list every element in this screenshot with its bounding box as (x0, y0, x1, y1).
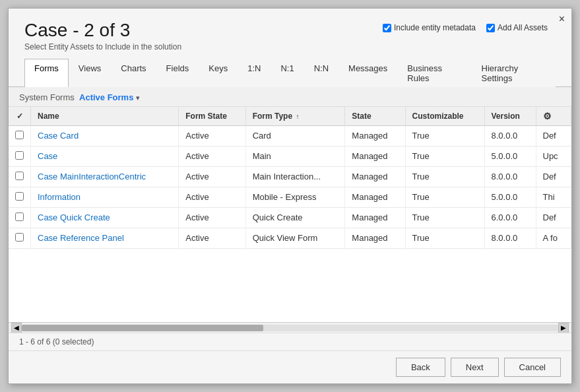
col-customizable[interactable]: Customizable (405, 107, 484, 126)
tab-keys[interactable]: Keys (199, 59, 238, 87)
col-form-type[interactable]: Form Type ↑ (245, 107, 345, 126)
col-form-state[interactable]: Form State (179, 107, 245, 126)
dialog-subtitle: Select Entity Assets to Include in the s… (24, 42, 556, 51)
row-checkbox[interactable] (15, 212, 24, 221)
tab-nn[interactable]: N:N (304, 59, 338, 87)
row-state: Managed (345, 228, 405, 248)
filter-dropdown-arrow[interactable]: ▾ (136, 94, 140, 102)
row-checkbox[interactable] (15, 192, 24, 201)
add-all-assets-checkbox[interactable] (486, 24, 495, 32)
dialog-footer: Back Next Cancel (9, 350, 571, 383)
col-version[interactable]: Version (484, 107, 536, 126)
row-version: 8.0.0.0 (484, 228, 536, 248)
row-customizable: True (405, 125, 484, 146)
row-name[interactable]: Case Quick Create (31, 207, 179, 228)
col-state[interactable]: State (345, 107, 405, 126)
row-checkbox[interactable] (15, 151, 24, 160)
row-state: Managed (345, 125, 405, 146)
row-customizable: True (405, 207, 484, 228)
system-forms-label: System Forms (19, 92, 75, 102)
tab-n1[interactable]: N:1 (271, 59, 304, 87)
row-version: 8.0.0.0 (484, 166, 536, 187)
row-form-state: Active (179, 125, 245, 146)
include-metadata-checkbox[interactable] (383, 24, 391, 32)
row-name[interactable]: Case Reference Panel (31, 228, 179, 248)
row-checkbox-cell[interactable] (9, 187, 31, 207)
forms-table: ✓ Name Form State Form Type ↑ State Cust… (9, 107, 571, 249)
row-checkbox-cell[interactable] (9, 228, 31, 248)
col-check: ✓ (9, 107, 31, 126)
tab-forms[interactable]: Forms (24, 59, 69, 87)
add-all-assets-label: Add All Assets (498, 23, 548, 32)
row-form-state: Active (179, 166, 245, 187)
cancel-button[interactable]: Cancel (504, 358, 561, 377)
record-count-label: 1 - 6 of 6 (0 selected) (19, 337, 94, 346)
tab-fields[interactable]: Fields (156, 59, 199, 87)
tab-1n[interactable]: 1:N (238, 59, 271, 87)
tab-hierarchy-settings[interactable]: Hierarchy Settings (472, 59, 556, 87)
row-version: 6.0.0.0 (484, 207, 536, 228)
col-settings[interactable]: ⚙ (536, 107, 571, 126)
row-extra: Upc (536, 146, 571, 166)
row-form-state: Active (179, 187, 245, 207)
row-checkbox[interactable] (15, 233, 24, 242)
row-checkbox-cell[interactable] (9, 125, 31, 146)
horizontal-scrollbar: ◀ ▶ (9, 322, 571, 333)
add-all-assets-option[interactable]: Add All Assets (486, 23, 548, 32)
scroll-thumb[interactable] (22, 325, 263, 331)
row-checkbox-cell[interactable] (9, 146, 31, 166)
include-metadata-label: Include entity metadata (394, 23, 476, 32)
row-extra: A fo (536, 228, 571, 248)
row-extra: Def (536, 125, 571, 146)
row-customizable: True (405, 187, 484, 207)
content-area: System Forms Active Forms ▾ ✓ Name Form … (9, 87, 571, 350)
tab-messages[interactable]: Messages (338, 59, 397, 87)
subheader: System Forms Active Forms ▾ (9, 87, 571, 107)
row-name[interactable]: Information (31, 187, 179, 207)
row-form-type: Quick View Form (245, 228, 345, 248)
row-checkbox[interactable] (15, 172, 24, 180)
table-container: ✓ Name Form State Form Type ↑ State Cust… (9, 107, 571, 322)
tab-views[interactable]: Views (69, 59, 111, 87)
row-state: Managed (345, 166, 405, 187)
close-button[interactable]: × (559, 14, 565, 24)
status-bar: 1 - 6 of 6 (0 selected) (9, 333, 571, 350)
row-name[interactable]: Case Card (31, 125, 179, 146)
row-version: 5.0.0.0 (484, 187, 536, 207)
tab-bar: Forms Views Charts Fields Keys 1:N N:1 N… (9, 58, 571, 87)
row-checkbox-cell[interactable] (9, 207, 31, 228)
row-form-type: Quick Create (245, 207, 345, 228)
row-version: 5.0.0.0 (484, 146, 536, 166)
table-row: Case Reference Panel Active Quick View F… (9, 228, 571, 248)
table-row: Case Quick Create Active Quick Create Ma… (9, 207, 571, 228)
tab-charts[interactable]: Charts (111, 59, 156, 87)
next-button[interactable]: Next (451, 358, 499, 377)
row-name[interactable]: Case (31, 146, 179, 166)
table-row: Case Active Main Managed True 5.0.0.0 Up… (9, 146, 571, 166)
row-state: Managed (345, 187, 405, 207)
active-filter-label[interactable]: Active Forms (79, 92, 133, 102)
row-checkbox-cell[interactable] (9, 166, 31, 187)
row-form-state: Active (179, 207, 245, 228)
row-form-state: Active (179, 228, 245, 248)
row-form-type: Main Interaction... (245, 166, 345, 187)
include-metadata-option[interactable]: Include entity metadata (383, 23, 476, 32)
row-customizable: True (405, 166, 484, 187)
settings-icon: ⚙ (543, 111, 552, 121)
row-form-type: Main (245, 146, 345, 166)
row-extra: Thi (536, 187, 571, 207)
scroll-track[interactable] (22, 325, 558, 331)
row-checkbox[interactable] (15, 131, 24, 139)
col-name[interactable]: Name (31, 107, 179, 126)
table-row: Case MainInteractionCentric Active Main … (9, 166, 571, 187)
tab-business-rules[interactable]: Business Rules (397, 59, 471, 87)
table-header-row: ✓ Name Form State Form Type ↑ State Cust… (9, 107, 571, 126)
back-button[interactable]: Back (396, 358, 445, 377)
row-form-type: Card (245, 125, 345, 146)
row-form-type: Mobile - Express (245, 187, 345, 207)
scroll-left-button[interactable]: ◀ (11, 323, 22, 333)
scroll-right-button[interactable]: ▶ (558, 323, 569, 333)
row-version: 8.0.0.0 (484, 125, 536, 146)
row-name[interactable]: Case MainInteractionCentric (31, 166, 179, 187)
table-row: Case Card Active Card Managed True 8.0.0… (9, 125, 571, 146)
